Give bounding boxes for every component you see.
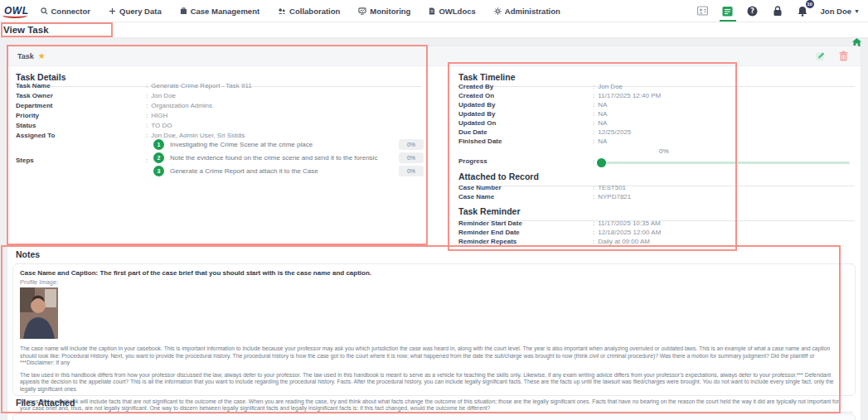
files-attached-panel [12, 413, 856, 420]
lock-icon[interactable] [771, 3, 784, 18]
field-row: Due Date : 12/25/2025 [458, 128, 855, 137]
field-row: Updated By : NA [458, 110, 855, 118]
field-row: Priority : HIGH [16, 112, 422, 120]
delete-button[interactable] [837, 51, 849, 62]
note-paragraph-1: The case name will include the caption i… [20, 345, 848, 367]
field-row: Created By : Jon Doe [458, 83, 855, 91]
field-row: Created On : 11/17/2025 12:40 PM [458, 92, 855, 100]
step-number-badge: 1 [153, 139, 164, 150]
field-row: Finished Date : NA [458, 138, 855, 146]
help-icon[interactable]: ? [746, 3, 759, 18]
step-progress-pill: 0% [399, 139, 424, 150]
nav-item-monitoring[interactable]: Monitoring [358, 7, 410, 16]
step-progress-pill: 0% [399, 166, 424, 176]
navbar-actions: ? 10 Jon Doe ▼ [696, 3, 868, 18]
svg-text:?: ? [750, 7, 754, 15]
star-icon[interactable]: ★ [38, 51, 46, 60]
field-row: Updated By : NA [458, 101, 855, 109]
field-row: Case Number : TEST501 [458, 184, 855, 192]
user-menu[interactable]: Jon Doe ▼ [821, 7, 860, 16]
nav-item-collaboration[interactable]: Collaboration [278, 7, 340, 16]
field-row: Case Name : NYPD7821 [458, 193, 855, 201]
document-icon [429, 7, 435, 15]
field-row: Task Name : Generate Crime Report - Task… [16, 82, 422, 90]
field-row: Department : Organization Admins [16, 102, 422, 110]
step-number-badge: 3 [153, 166, 164, 176]
field-row: Reminder End Date : 12/18/2025 12:00 AM [458, 229, 855, 237]
briefcase-icon [180, 7, 187, 15]
step-number-badge: 2 [153, 152, 164, 163]
top-navbar: OWL Connector Query Data Case Management… [0, 0, 868, 22]
edit-button[interactable] [814, 51, 826, 62]
notes-heading: Notes [16, 249, 853, 264]
profile-image-label: Profile Image: [20, 278, 848, 286]
progress-value: 0% [659, 147, 669, 155]
plus-icon [109, 7, 116, 15]
search-icon [41, 7, 48, 15]
field-row: Status : TO DO [16, 122, 422, 130]
nav-item-query-data[interactable]: Query Data [109, 7, 162, 16]
field-row: Task Owner : Jon Doe [16, 92, 422, 100]
nav-item-administration[interactable]: Administration [494, 7, 560, 16]
nav-item-owldocs[interactable]: OWLdocs [429, 7, 475, 16]
step-row-3[interactable]: 3 Generate a Crime Report and attach it … [153, 166, 424, 176]
step-row-1[interactable]: 1 Investigating the Crime Scene at the c… [153, 139, 424, 150]
step-progress-pill: 0% [399, 152, 424, 163]
nav-item-case-management[interactable]: Case Management [180, 7, 259, 16]
page-title: View Task [3, 25, 49, 35]
owl-logo[interactable]: OWL [4, 5, 29, 17]
chevron-down-icon: ▼ [854, 8, 860, 14]
files-attached-heading: Files Attached [16, 398, 853, 413]
progress-slider-track[interactable] [599, 162, 850, 164]
tasks-icon[interactable] [721, 3, 735, 18]
field-row: Updated On : NA [458, 119, 855, 128]
contacts-icon[interactable] [696, 3, 710, 18]
steps-label: Steps [16, 157, 34, 164]
page-title-bar: View Task [0, 22, 868, 38]
notification-badge: 10 [806, 0, 814, 8]
user-name: Jon Doe [821, 7, 851, 16]
profile-image [20, 287, 848, 342]
collaboration-icon [278, 7, 286, 15]
gear-icon [494, 7, 502, 15]
step-row-2[interactable]: 2 Note the evidence found on the crime s… [153, 152, 424, 163]
field-row: Reminder Repeats : Daily at 09:00 AM [458, 238, 855, 246]
bell-icon[interactable]: 10 [796, 3, 809, 18]
task-card: Task ★ Task Details Task Name : Generate… [7, 46, 861, 420]
notes-panel: Case Name and Caption: The first part of… [12, 263, 856, 396]
monitor-icon [358, 7, 366, 15]
tab-task[interactable]: Task [17, 52, 34, 60]
task-tab-bar: Task ★ [7, 46, 861, 66]
view-task-page: OWL Connector Query Data Case Management… [0, 0, 868, 420]
note-title: Case Name and Caption: The first part of… [20, 269, 848, 277]
note-paragraph-2: The law used in this handbook differs fr… [20, 372, 848, 393]
progress-label-row: Progress : [458, 157, 598, 166]
nav-item-connector[interactable]: Connector [41, 7, 91, 16]
field-row: Reminder Start Date : 11/17/2025 10:35 A… [458, 220, 855, 228]
task-actions [814, 51, 861, 62]
steps-colon: : [146, 157, 151, 165]
progress-slider-handle[interactable] [597, 158, 606, 167]
